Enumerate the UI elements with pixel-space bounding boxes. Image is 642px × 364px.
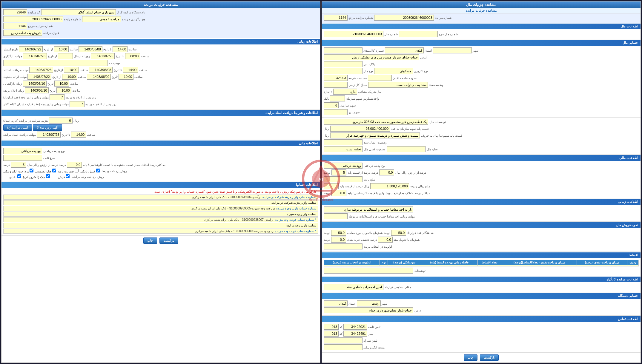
input-onvan[interactable]: فروش یک قطمه زمین: [3, 30, 42, 36]
input-vaziat-felli[interactable]: تخلیه است: [324, 146, 363, 152]
input-adres[interactable]: خمام-خیابان سردار همت-زمین های نقلیکی ار…: [324, 54, 419, 60]
input-tarikh-enteshar[interactable]: 1403/07/22: [19, 46, 43, 52]
input-noe-karbari[interactable]: مسکونی: [374, 68, 413, 74]
input-saat-eraea-from[interactable]: 10:00: [62, 74, 77, 80]
input-vahid[interactable]: [330, 95, 345, 101]
input-kod-morabede[interactable]: 92646: [3, 9, 27, 15]
chk-fisch2[interactable]: [66, 174, 70, 178]
input-shomare-marje-right[interactable]: 1144: [3, 23, 27, 29]
input-qimat-base-text[interactable]: بیست و شش میلیارد و دویست میلیون و چهارص…: [330, 132, 420, 138]
input-tozih-zaman[interactable]: [3, 60, 108, 66]
input-tozih[interactable]: یک قطعه زمین غیر محصور به مساحت 325.03 م…: [324, 119, 428, 125]
input-tarikh-daryaft[interactable]: 1403/07/28: [37, 132, 61, 138]
input-noe-bargarzan[interactable]: مزایده عمومی: [82, 16, 121, 22]
input-saat-mohlat2-to[interactable]: 14:00: [123, 67, 138, 73]
input-shomare-mal[interactable]: 2103092646000003: [324, 31, 383, 37]
input-mablagh-riayali[interactable]: [370, 183, 409, 189]
input-sath-kol[interactable]: [324, 82, 348, 88]
input-saat-mohlat2-from[interactable]: 10:00: [64, 67, 79, 73]
input-saat-payan[interactable]: 14:00: [113, 46, 128, 52]
input-mohlat-zaman[interactable]: [324, 213, 348, 219]
chk-fisch[interactable]: [96, 169, 100, 172]
input-poste-electroniki[interactable]: [324, 344, 363, 350]
input-telefon-sabet[interactable]: 34422021: [343, 324, 367, 330]
input-saat-mohlat-payan[interactable]: 08:00: [125, 53, 140, 59]
input-adres-dastgah[interactable]: خمام-بلوار معلم-شهرداری خمام: [324, 307, 413, 313]
input-takhlie[interactable]: [387, 146, 426, 152]
input-shomare-mal-marje[interactable]: [399, 31, 438, 37]
left-bazgasht-btn[interactable]: بازگشت: [480, 354, 499, 361]
chk-chek2[interactable]: [46, 174, 50, 178]
input-nam-dastgah[interactable]: شهرداری خمام استان گیلان: [41, 9, 116, 15]
input-takhfif[interactable]: 0.0: [331, 237, 346, 243]
input-hade-aksar[interactable]: [331, 190, 346, 196]
input-mohlat-khazaneh[interactable]: 7: [70, 101, 85, 107]
input-telefon-hamrah[interactable]: [324, 337, 363, 343]
input-vaziat-enteghal[interactable]: [324, 139, 363, 145]
input-ostan-dastgah[interactable]: گیلان: [324, 300, 348, 306]
input-tarikh-eelam[interactable]: 1403/08/10: [25, 87, 49, 93]
input-shahr[interactable]: [433, 47, 472, 53]
input-naghd-percent[interactable]: 50.0: [391, 230, 406, 236]
input-saat-eelam[interactable]: 10:00: [56, 87, 71, 93]
input-tarikh-mohlat2-from[interactable]: 1403/07/28: [29, 67, 53, 73]
input-siar[interactable]: بار به اخذ مفاصا حساب و استعلامات مربوطه…: [324, 206, 413, 212]
input-saat-enteshar[interactable]: 10:00: [54, 46, 69, 52]
input-sahme-riz[interactable]: [324, 109, 348, 115]
chk-naghd2[interactable]: [17, 174, 21, 178]
right-bazgasht-btn[interactable]: بازگشت: [159, 237, 178, 244]
left-link-header[interactable]: مشاهده جزئیات مرابده: [322, 8, 641, 13]
input-namar-code[interactable]: 013: [324, 331, 339, 337]
input-shomare-marje[interactable]: 1144: [324, 15, 348, 21]
input-mablagh-sabet-left[interactable]: [324, 176, 363, 182]
input-mal-sharik[interactable]: [333, 89, 357, 95]
input-tarikh-mohlat-payan[interactable]: 1403/07/25: [91, 53, 115, 59]
input-shomare-kelasehbandi[interactable]: [324, 47, 363, 53]
input-dar-sad-arzesh-right[interactable]: 0.0: [67, 162, 82, 168]
input-ostan[interactable]: گیلان: [385, 47, 424, 53]
input-saat-mohlat[interactable]: [58, 53, 73, 59]
input-vaziat-sanad[interactable]: سند به نام دولت است: [368, 82, 428, 88]
ostad-morabede-btn[interactable]: استاد مزایده(ع): [3, 124, 32, 131]
input-noe-vadieh-left[interactable]: وودیعه دریافتی: [324, 163, 363, 169]
input-noe-mal[interactable]: [324, 68, 363, 74]
input-mablagh-sabet-right[interactable]: [3, 155, 42, 161]
chk-chek[interactable]: [52, 169, 56, 172]
left-chap-btn[interactable]: چاپ: [464, 354, 477, 361]
agahi-roozname-btn[interactable]: آگهی روزنامه(۱): [33, 124, 62, 131]
input-shahr-dastgah[interactable]: رشت: [357, 300, 381, 306]
input-saat-daryaft[interactable]: 14:00: [71, 132, 86, 138]
input-maqam[interactable]: امین احمدزاده خمامی مقد: [324, 284, 383, 290]
input-saat-bazgoshaii[interactable]: 10:00: [54, 81, 69, 87]
input-dar-sad-qimat-right[interactable]: 5: [11, 162, 26, 168]
input-namar[interactable]: 34422491: [343, 331, 367, 337]
input-dar-sad-qimat-left[interactable]: 5: [331, 169, 346, 175]
input-hamzaman-percent[interactable]: 50.0: [331, 230, 346, 236]
input-saat-eraea-payan[interactable]: 10:00: [119, 74, 133, 80]
input-tozih-aghsat[interactable]: [324, 268, 413, 274]
input-ologyat[interactable]: [324, 243, 363, 249]
input-qimat-base[interactable]: 26,002,400,000: [330, 126, 390, 132]
input-tarikh-payan[interactable]: 1403/08/08: [79, 46, 102, 52]
input-sahme-sazman[interactable]: 6: [324, 102, 339, 108]
input-tarikh-mohlat2-to[interactable]: 1403/08/08: [89, 67, 113, 73]
input-plak[interactable]: [324, 61, 363, 67]
input-tahvil-sanad[interactable]: 0.0: [378, 237, 393, 243]
input-noe-vadieh-right[interactable]: وودیعه دریافتی: [3, 148, 42, 154]
input-tarikh-eraea-payan[interactable]: 1403/08/09: [87, 74, 111, 80]
input-tarikh-eraea-from[interactable]: 1403/07/22: [27, 74, 51, 80]
input-dar-sad-arzesh-left[interactable]: 0.0: [379, 169, 394, 175]
input-masahat[interactable]: [324, 75, 348, 81]
input-telefon-code[interactable]: 013: [324, 324, 339, 330]
chk-zamanat[interactable]: [75, 169, 79, 172]
input-mohlat-berende[interactable]: 7: [50, 94, 64, 100]
right-chap-btn[interactable]: چاپ: [143, 237, 157, 244]
input-hazine-sherkot[interactable]: 0: [49, 118, 73, 124]
chk-electroniki[interactable]: [30, 169, 33, 172]
input-shomare-morabede[interactable]: 2003092646000003: [374, 15, 434, 21]
input-tarikh-mohlat[interactable]: 1403/07/23: [23, 53, 47, 59]
input-shomare-morabede-right[interactable]: 2003092646000003: [3, 16, 63, 22]
input-dar-sad2[interactable]: [324, 183, 339, 189]
input-tarikh-bazgoshaii[interactable]: 1403/08/10: [23, 81, 47, 87]
input-hodood[interactable]: [368, 75, 392, 81]
